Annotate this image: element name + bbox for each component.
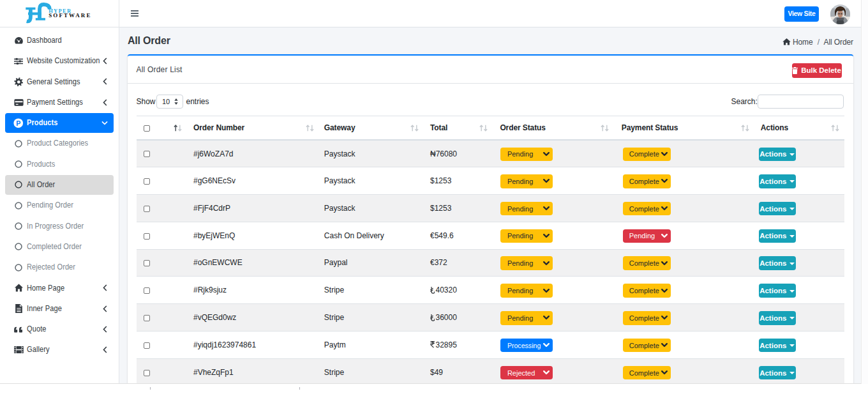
svg-text:SOFTWARE: SOFTWARE <box>49 12 91 19</box>
svg-text:P: P <box>16 119 20 126</box>
